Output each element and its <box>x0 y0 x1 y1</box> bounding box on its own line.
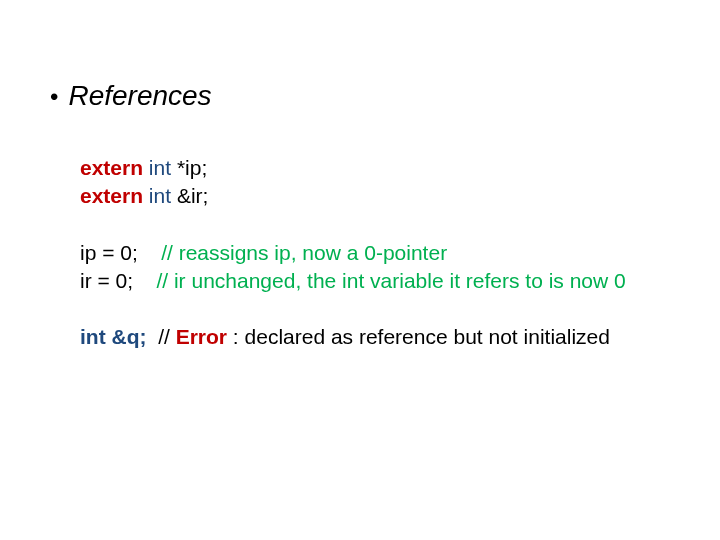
keyword-extern: extern <box>80 184 143 207</box>
code-line-5: int &q; // Error : declared as reference… <box>80 323 670 351</box>
code-line-2: extern int &ir; <box>80 182 670 210</box>
comment-sep: // <box>146 325 175 348</box>
decl-ip: *ip; <box>177 156 207 179</box>
decl-q: int &q; <box>80 325 146 348</box>
comment: // reassigns ip, now a 0-pointer <box>161 241 447 264</box>
type-int: int <box>143 184 177 207</box>
type-int: int <box>143 156 177 179</box>
code-line-3: ip = 0; // reassigns ip, now a 0-pointer <box>80 239 670 267</box>
stmt-ip: ip = 0; <box>80 241 161 264</box>
stmt-ir: ir = 0; <box>80 269 156 292</box>
code-line-1: extern int *ip; <box>80 154 670 182</box>
error-text: : declared as reference but not initiali… <box>227 325 610 348</box>
bullet-icon: • <box>50 85 58 109</box>
code-block: extern int *ip; extern int &ir; ip = 0; … <box>50 154 670 352</box>
slide: • References extern int *ip; extern int … <box>0 0 720 540</box>
error-label: Error <box>176 325 227 348</box>
decl-ir: &ir; <box>177 184 209 207</box>
spacer <box>80 295 670 323</box>
code-line-4: ir = 0; // ir unchanged, the int variabl… <box>80 267 670 295</box>
spacer <box>80 211 670 239</box>
section-heading: • References <box>50 80 670 112</box>
keyword-extern: extern <box>80 156 143 179</box>
heading-text: References <box>68 80 211 112</box>
comment: // ir unchanged, the int variable it ref… <box>156 269 625 292</box>
